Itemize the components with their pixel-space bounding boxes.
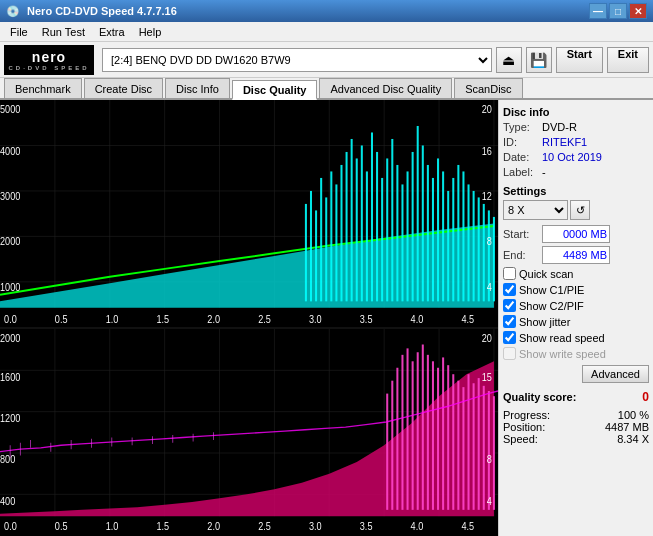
svg-rect-23	[351, 139, 353, 301]
read-speed-row: Show read speed	[503, 331, 649, 344]
svg-text:0.0: 0.0	[4, 521, 17, 533]
svg-rect-100	[457, 381, 459, 510]
svg-text:2.5: 2.5	[258, 313, 271, 325]
read-speed-label: Show read speed	[519, 332, 605, 344]
app-icon: 💿	[6, 5, 20, 17]
exit-button[interactable]: Exit	[607, 47, 649, 73]
svg-rect-40	[437, 158, 439, 301]
svg-rect-91	[412, 362, 414, 511]
menu-run-test[interactable]: Run Test	[36, 24, 91, 40]
svg-rect-28	[376, 152, 378, 301]
disc-date-row: Date: 10 Oct 2019	[503, 151, 649, 163]
id-value: RITEKF1	[542, 136, 587, 148]
minimize-button[interactable]: —	[589, 3, 607, 19]
quality-score-value: 0	[642, 390, 649, 404]
close-button[interactable]: ✕	[629, 3, 647, 19]
svg-rect-22	[346, 152, 348, 301]
tab-disc-quality[interactable]: Disc Quality	[232, 80, 318, 100]
speed-display-label: Speed:	[503, 433, 538, 445]
svg-text:4000: 4000	[0, 145, 20, 157]
disc-label-row: Label: -	[503, 166, 649, 178]
speed-reset-button[interactable]: ↺	[570, 200, 590, 220]
svg-text:1.5: 1.5	[157, 313, 170, 325]
svg-rect-17	[320, 178, 322, 301]
type-label: Type:	[503, 121, 538, 133]
tab-scan-disc[interactable]: ScanDisc	[454, 78, 522, 98]
date-label: Date:	[503, 151, 538, 163]
svg-rect-106	[488, 391, 490, 510]
disc-type-row: Type: DVD-R	[503, 121, 649, 133]
svg-text:3.5: 3.5	[360, 521, 373, 533]
tab-advanced-disc-quality[interactable]: Advanced Disc Quality	[319, 78, 452, 98]
svg-text:5000: 5000	[0, 103, 20, 115]
info-panel: Disc info Type: DVD-R ID: RITEKF1 Date: …	[498, 100, 653, 536]
save-button[interactable]: 💾	[526, 47, 552, 73]
svg-text:3.0: 3.0	[309, 521, 322, 533]
tab-benchmark[interactable]: Benchmark	[4, 78, 82, 98]
svg-rect-36	[417, 126, 419, 301]
svg-rect-19	[330, 171, 332, 301]
svg-text:12: 12	[482, 190, 492, 202]
type-value: DVD-R	[542, 121, 577, 133]
quick-scan-label: Quick scan	[519, 268, 573, 280]
date-value: 10 Oct 2019	[542, 151, 602, 163]
maximize-button[interactable]: □	[609, 3, 627, 19]
c1pie-checkbox[interactable]	[503, 283, 516, 296]
svg-text:1200: 1200	[0, 412, 20, 424]
svg-text:4: 4	[487, 281, 492, 293]
svg-text:8: 8	[487, 235, 492, 247]
menu-file[interactable]: File	[4, 24, 34, 40]
title-bar-text: 💿 Nero CD-DVD Speed 4.7.7.16	[6, 5, 177, 18]
advanced-button[interactable]: Advanced	[582, 365, 649, 383]
tabs-bar: Benchmark Create Disc Disc Info Disc Qua…	[0, 78, 653, 100]
start-input[interactable]	[542, 225, 610, 243]
svg-text:3000: 3000	[0, 190, 20, 202]
svg-rect-105	[483, 386, 485, 510]
speed-select[interactable]: 8 X	[503, 200, 568, 220]
svg-text:0.0: 0.0	[4, 313, 17, 325]
svg-rect-35	[412, 152, 414, 301]
svg-rect-49	[483, 204, 485, 301]
nero-logo: nero CD·DVD SPEED	[4, 45, 94, 75]
position-label: Position:	[503, 421, 545, 433]
menu-help[interactable]: Help	[133, 24, 168, 40]
eject-button[interactable]: ⏏	[496, 47, 522, 73]
svg-rect-44	[457, 165, 459, 301]
svg-rect-27	[371, 132, 373, 301]
progress-label: Progress:	[503, 409, 550, 421]
window-controls: — □ ✕	[589, 3, 647, 19]
svg-rect-101	[462, 387, 464, 510]
svg-rect-98	[447, 365, 449, 510]
svg-text:0.5: 0.5	[55, 313, 68, 325]
svg-rect-51	[493, 217, 495, 301]
tab-create-disc[interactable]: Create Disc	[84, 78, 163, 98]
menu-bar: File Run Test Extra Help	[0, 22, 653, 42]
end-input[interactable]	[542, 246, 610, 264]
read-speed-checkbox[interactable]	[503, 331, 516, 344]
svg-rect-16	[315, 210, 317, 301]
svg-rect-103	[473, 384, 475, 511]
jitter-checkbox[interactable]	[503, 315, 516, 328]
svg-rect-93	[422, 345, 424, 510]
svg-text:2.5: 2.5	[258, 521, 271, 533]
svg-text:1.0: 1.0	[106, 521, 119, 533]
svg-rect-102	[468, 375, 470, 511]
svg-text:0.5: 0.5	[55, 521, 68, 533]
svg-rect-39	[432, 178, 434, 301]
label-label: Label:	[503, 166, 538, 178]
svg-text:1000: 1000	[0, 281, 20, 293]
start-button[interactable]: Start	[556, 47, 603, 73]
c2pif-checkbox[interactable]	[503, 299, 516, 312]
drive-select[interactable]: [2:4] BENQ DVD DD DW1620 B7W9	[102, 48, 492, 72]
tab-disc-info[interactable]: Disc Info	[165, 78, 230, 98]
quick-scan-checkbox[interactable]	[503, 267, 516, 280]
svg-text:20: 20	[482, 332, 492, 344]
svg-rect-34	[407, 171, 409, 301]
menu-extra[interactable]: Extra	[93, 24, 131, 40]
svg-text:4: 4	[487, 495, 492, 507]
write-speed-checkbox[interactable]	[503, 347, 516, 360]
svg-rect-86	[386, 394, 388, 510]
svg-text:2.0: 2.0	[207, 521, 220, 533]
svg-rect-38	[427, 165, 429, 301]
quality-score-label: Quality score:	[503, 391, 576, 403]
